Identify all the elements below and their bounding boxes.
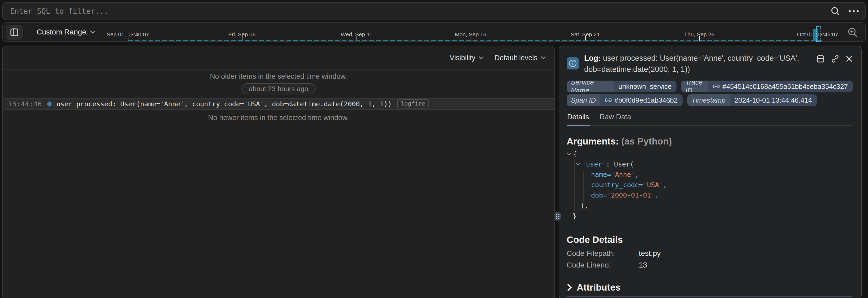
visibility-dropdown-label: Visibility	[450, 54, 475, 62]
drag-dots-icon	[556, 213, 560, 219]
copy-link-icon[interactable]	[831, 55, 839, 63]
detail-header: Log: user processed: User(name='Anne', c…	[567, 53, 852, 75]
code-lineno-value: 13	[639, 259, 647, 271]
arguments-code-block: { 'user': User( name='Anne', country_cod…	[567, 149, 852, 221]
log-row-tag: logfire	[397, 99, 429, 108]
code-token: dob=	[591, 190, 607, 200]
tab-raw-data[interactable]: Raw Data	[599, 111, 632, 125]
app-window: Enter SQL to filter... Custom Range Sep …	[0, 0, 868, 298]
more-options-icon[interactable]	[848, 10, 859, 12]
chevron-down-icon	[90, 30, 96, 34]
sql-filter-input[interactable]: Enter SQL to filter...	[10, 7, 831, 15]
indent-guide	[574, 160, 575, 212]
span-id-value: #b0f0d9ed1ab346b2	[614, 96, 678, 104]
code-token: 'Anne'	[611, 169, 635, 180]
badge-label: Span ID	[567, 94, 600, 106]
timestamp-badge: Timestamp 2024-10-01 13:44:46.414	[687, 94, 817, 106]
section-divider	[567, 296, 852, 297]
timeline-activity-track[interactable]	[128, 40, 823, 41]
default-levels-dropdown[interactable]: Default levels	[495, 54, 546, 62]
time-ago-pill[interactable]: about 23 hours ago	[241, 83, 316, 94]
timeline-bar: Custom Range Sep 01, 13:40:07 Fri, Sep 0…	[2, 22, 866, 42]
code-token: 'user'	[582, 159, 606, 169]
code-token: : User(	[606, 159, 634, 169]
link-icon	[605, 97, 612, 104]
search-icon[interactable]	[831, 7, 840, 15]
open-in-panel-icon[interactable]	[816, 55, 825, 63]
timestamp-value: 2024-10-01 13:44:46.414	[730, 96, 817, 104]
code-token: 'USA'	[643, 180, 663, 190]
indent-guide	[583, 171, 584, 202]
log-list-toolbar: Visibility Default levels	[3, 46, 554, 70]
divider	[100, 27, 100, 38]
arguments-heading-sub: (as Python)	[621, 136, 672, 146]
close-icon[interactable]	[846, 56, 852, 62]
code-token: name=	[591, 169, 611, 180]
detail-title-message: user processed: User(name='Anne', countr…	[584, 54, 799, 73]
tab-details[interactable]: Details	[567, 111, 590, 126]
code-filepath-label: Code Filepath:	[567, 247, 639, 259]
default-levels-dropdown-label: Default levels	[495, 54, 537, 62]
badge-label: Service Name	[567, 80, 614, 92]
code-token: {	[573, 149, 577, 159]
panel-resize-handle[interactable]	[554, 212, 561, 221]
log-row-message: user processed: User(name='Anne', countr…	[56, 100, 392, 108]
log-level-diamond-icon	[46, 101, 53, 107]
log-row-time: 13:44:46	[8, 100, 42, 108]
code-token: '2000-01-01'	[607, 190, 655, 200]
badge-label: Trace ID	[681, 80, 708, 92]
code-filepath-row: Code Filepath: test.py	[567, 247, 852, 259]
zoom-in-icon[interactable]	[847, 27, 858, 38]
attributes-label: Attributes	[577, 282, 620, 293]
service-name-badge: Service Name unknown_service	[567, 80, 677, 92]
chevron-down-icon	[478, 56, 484, 60]
metadata-badges: Service Name unknown_service Trace ID #4…	[567, 80, 852, 106]
link-icon	[713, 83, 720, 90]
log-row[interactable]: 13:44:46 user processed: User(name='Anne…	[3, 98, 554, 110]
attributes-expander[interactable]: Attributes	[567, 282, 852, 293]
code-token: ,	[635, 169, 639, 180]
detail-title: Log: user processed: User(name='Anne', c…	[584, 53, 816, 75]
chevron-right-icon	[567, 284, 572, 291]
chevron-down-icon	[540, 56, 546, 60]
code-filepath-value: test.py	[639, 247, 660, 259]
no-older-items-message: No older items in the selected time wind…	[3, 72, 554, 81]
span-id-badge[interactable]: Span ID #b0f0d9ed1ab346b2	[567, 94, 683, 106]
detail-title-prefix: Log:	[584, 54, 601, 62]
badge-value: unknown_service	[614, 82, 677, 91]
log-list-panel: Visibility Default levels No older items…	[2, 45, 555, 298]
sql-filter-bar[interactable]: Enter SQL to filter...	[2, 2, 866, 20]
info-level-icon	[567, 57, 579, 69]
time-range-label: Custom Range	[37, 28, 86, 36]
trace-id-badge[interactable]: Trace ID #454514c0168a455a51bb4ceba354c3…	[681, 80, 852, 92]
collapse-chevron-icon[interactable]	[567, 153, 571, 156]
code-token: ),	[581, 200, 588, 211]
arguments-heading: Arguments: (as Python)	[567, 136, 852, 146]
time-range-dropdown[interactable]: Custom Range	[37, 23, 96, 41]
code-details-heading: Code Details	[567, 234, 852, 245]
log-detail-panel: Log: user processed: User(name='Anne', c…	[559, 45, 862, 298]
collapse-chevron-icon[interactable]	[576, 163, 581, 166]
panel-left-icon	[10, 28, 18, 36]
code-lineno-row: Code Lineno: 13	[567, 259, 852, 271]
sidebar-toggle-button[interactable]	[6, 25, 23, 40]
no-newer-items-message: No newer items in the selected time wind…	[3, 113, 554, 123]
trace-id-value: #454514c0168a455a51bb4ceba354c327	[722, 82, 848, 91]
visibility-dropdown[interactable]: Visibility	[450, 54, 484, 62]
timeline-selection-brush[interactable]	[816, 26, 821, 42]
badge-label: Timestamp	[687, 94, 730, 106]
arguments-heading-text: Arguments:	[567, 136, 619, 146]
code-lineno-label: Code Lineno:	[567, 259, 639, 271]
code-token: country_code=	[591, 180, 643, 190]
code-token: ,	[663, 180, 667, 190]
detail-tabs: Details Raw Data	[567, 111, 852, 126]
code-token: ,	[655, 190, 659, 200]
